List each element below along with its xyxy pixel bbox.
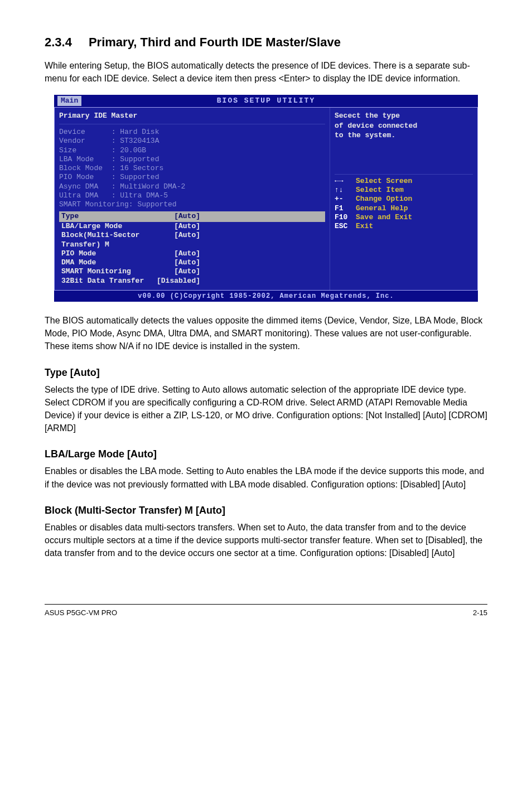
- post-bios-paragraph: The BIOS automatically detects the value…: [45, 314, 487, 353]
- type-label: Type: [61, 211, 79, 222]
- bios-nav-keys: ←→Select Screen ↑↓Select Item +-Change O…: [335, 177, 473, 231]
- sub-body: Enables or disables data multi-sectors t…: [45, 521, 487, 560]
- sub-body: Enables or disables the LBA mode. Settin…: [45, 465, 487, 490]
- info-row: Block Mode : 16 Sectors: [59, 164, 163, 172]
- bios-screenshot: Main BIOS SETUP UTILITY Primary IDE Mast…: [54, 95, 478, 302]
- bios-body: Primary IDE Master Device : Hard Disk Ve…: [54, 107, 478, 291]
- section-heading: 2.3.4Primary, Third and Fourth IDE Maste…: [45, 33, 487, 51]
- info-row: Ultra DMA : Ultra DMA-5: [59, 191, 168, 200]
- info-row: Vendor : ST320413A: [59, 137, 159, 145]
- section-intro: While entering Setup, the BIOS automatic…: [45, 59, 487, 85]
- footer-right: 2-15: [473, 608, 487, 619]
- info-row: Async DMA : MultiWord DMA-2: [59, 182, 185, 191]
- bios-panel-title: Primary IDE Master: [59, 111, 325, 124]
- info-row: LBA Mode : Supported: [59, 155, 159, 163]
- type-value: [Auto]: [174, 211, 200, 222]
- bios-title: BIOS SETUP UTILITY: [217, 96, 315, 105]
- bios-info-grid: Device : Hard Disk Vendor : ST320413A Si…: [59, 128, 325, 209]
- sub-body: Selects the type of IDE drive. Setting t…: [45, 383, 487, 435]
- subheading: Type [Auto]: [45, 365, 487, 380]
- bios-tab-main: Main: [57, 96, 81, 106]
- bios-option-row: DMA Mode[Auto]: [59, 258, 325, 267]
- footer-left: ASUS P5GC-VM PRO: [45, 608, 117, 619]
- bios-right-panel: Secect the type of device connected to t…: [330, 108, 477, 290]
- bios-topbar: Main BIOS SETUP UTILITY: [54, 95, 478, 107]
- bios-left-panel: Primary IDE Master Device : Hard Disk Ve…: [55, 108, 330, 290]
- bios-option-row: SMART Monitoring[Auto]: [59, 267, 325, 276]
- bios-option-row: Block(Multi-Sector Transfer) M[Auto]: [59, 231, 325, 249]
- info-row: PIO Mode : Supported: [59, 173, 159, 181]
- bios-type-row: Type [Auto]: [59, 211, 325, 222]
- info-row: SMART Monitoring: Supported: [59, 200, 177, 209]
- page-footer: ASUS P5GC-VM PRO 2-15: [45, 604, 487, 619]
- subheading: Block (Multi-Sector Transfer) M [Auto]: [45, 503, 487, 518]
- info-row: Size : 20.0GB: [59, 146, 146, 154]
- info-row: Device : Hard Disk: [59, 128, 159, 136]
- bios-option-row: PIO Mode[Auto]: [59, 249, 325, 258]
- bios-help-text: Secect the type of device connected to t…: [335, 111, 473, 175]
- subheading: LBA/Large Mode [Auto]: [45, 447, 487, 461]
- bios-option-row: 32Bit Data Transfer[Disabled]: [59, 277, 325, 286]
- section-number: 2.3.4: [45, 33, 72, 51]
- section-title-text: Primary, Third and Fourth IDE Master/Sla…: [89, 35, 341, 49]
- bios-footer: v00.00 (C)Copyright 1985-2002, American …: [54, 291, 478, 302]
- bios-option-row: LBA/Large Mode[Auto]: [59, 222, 325, 231]
